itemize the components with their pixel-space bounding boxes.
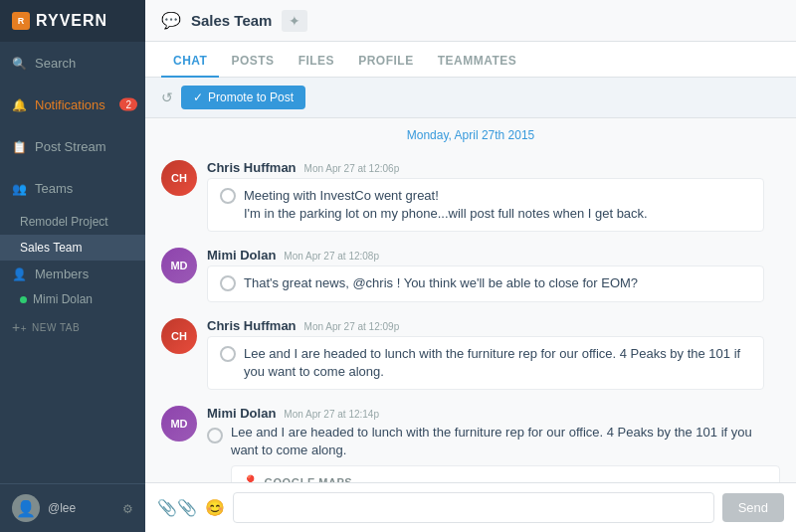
message-row: CH Chris Huffman Mon Apr 27 at 12:06p Me… [145, 152, 796, 240]
tab-posts[interactable]: POSTS [219, 46, 286, 78]
message-bubble: Lee and I are headed to lunch with the f… [207, 336, 764, 390]
online-indicator [20, 296, 27, 303]
channel-title: Sales Team [191, 12, 272, 29]
message-text: Lee and I are headed to lunch with the f… [244, 345, 751, 381]
message-content: Chris Huffman Mon Apr 27 at 12:09p Lee a… [207, 318, 780, 390]
message-select-radio[interactable] [220, 275, 236, 291]
message-time: Mon Apr 27 at 12:08p [284, 251, 379, 262]
avatar: MD [161, 248, 197, 283]
chat-messages: Monday, April 27th 2015 CH Chris Huffman… [145, 118, 796, 482]
promote-label: Promote to Post [208, 90, 294, 104]
chat-input-area: 📎 😊 Send [145, 482, 796, 532]
message-bubble: Meeting with InvestCo went great!I'm in … [207, 178, 764, 232]
message-select-radio[interactable] [220, 188, 236, 204]
bell-icon [12, 97, 27, 112]
message-time: Mon Apr 27 at 12:14p [284, 409, 379, 420]
promote-to-post-button[interactable]: ✓ Promote to Post [181, 86, 305, 109]
map-intro-text: Lee and I are headed to lunch with the f… [231, 424, 780, 459]
map-pin-icon: 📍 [242, 474, 260, 482]
refresh-button[interactable]: ↺ [161, 89, 173, 105]
message-content: Mimi Dolan Mon Apr 27 at 12:14p Lee and … [207, 406, 780, 482]
avatar: MD [161, 406, 197, 442]
plus-icon: + [12, 319, 27, 335]
message-text: That's great news, @chris ! You think we… [244, 274, 638, 292]
message-select-radio[interactable] [220, 346, 236, 362]
members-label: Members [35, 266, 89, 281]
message-row: MD Mimi Dolan Mon Apr 27 at 12:14p Lee a… [145, 398, 796, 482]
message-select-radio[interactable] [207, 428, 223, 443]
sidebar-member-mimi[interactable]: Mimi Dolan ⚙ [0, 287, 145, 311]
map-message-content: Lee and I are headed to lunch with the f… [231, 424, 780, 482]
new-tab-button[interactable]: + NEW TAB [0, 311, 145, 343]
pin-button[interactable]: ✦ [282, 10, 307, 32]
message-header: Chris Huffman Mon Apr 27 at 12:09p [207, 318, 780, 333]
message-author: Chris Huffman [207, 160, 297, 175]
map-card-header: 📍 GOOGLE MAPS [232, 466, 779, 482]
remodel-project-label: Remodel Project [20, 215, 108, 229]
post-stream-label: Post Stream [35, 139, 106, 154]
tab-profile[interactable]: PROFILE [346, 46, 426, 78]
message-header: Mimi Dolan Mon Apr 27 at 12:08p [207, 248, 780, 263]
notifications-badge: 2 [119, 98, 137, 111]
stream-icon [12, 139, 27, 154]
message-author: Mimi Dolan [207, 248, 276, 263]
sidebar-item-notifications[interactable]: Notifications 2 [0, 84, 145, 125]
message-time: Mon Apr 27 at 12:09p [304, 321, 400, 332]
app-logo: R RYVERN [0, 0, 145, 42]
avatar-initials: MD [170, 418, 187, 430]
message-time: Mon Apr 27 at 12:06p [304, 163, 400, 174]
member-name: Mimi Dolan [33, 292, 93, 306]
attachment-icon[interactable]: 📎 [157, 498, 197, 517]
tab-teammates[interactable]: TEAMMATES [426, 46, 529, 78]
members-icon [12, 266, 27, 281]
avatar: CH [161, 160, 197, 196]
channel-header: 💬 Sales Team ✦ [145, 0, 796, 42]
tab-bar: CHAT POSTS FILES PROFILE TEAMMATES [145, 42, 796, 78]
logo-icon: R [12, 12, 30, 30]
message-author: Mimi Dolan [207, 406, 276, 421]
settings-icon[interactable] [122, 500, 133, 516]
new-tab-label: NEW TAB [32, 322, 80, 333]
user-avatar: 👤 [12, 494, 40, 522]
app-name: RYVERN [36, 12, 107, 30]
avatar-initials: MD [170, 260, 187, 271]
main-content: 💬 Sales Team ✦ CHAT POSTS FILES PROFILE … [145, 0, 796, 532]
notifications-label: Notifications [35, 97, 105, 112]
message-row: CH Chris Huffman Mon Apr 27 at 12:09p Le… [145, 310, 796, 398]
send-button[interactable]: Send [722, 493, 784, 522]
search-label: Search [35, 56, 76, 71]
message-row: MD Mimi Dolan Mon Apr 27 at 12:08p That'… [145, 240, 796, 309]
message-header: Chris Huffman Mon Apr 27 at 12:06p [207, 160, 780, 175]
date-separator: Monday, April 27th 2015 [145, 118, 796, 152]
message-input[interactable] [233, 492, 714, 523]
avatar: CH [161, 318, 197, 354]
map-message-wrapper: Lee and I are headed to lunch with the f… [207, 424, 780, 482]
emoji-icon[interactable]: 😊 [205, 498, 225, 517]
sidebar-user-area: 👤 @lee [0, 483, 145, 532]
chat-toolbar: ↺ ✓ Promote to Post [145, 78, 796, 118]
message-author: Chris Huffman [207, 318, 297, 333]
sidebar-item-members[interactable]: Members [0, 261, 145, 287]
message-content: Chris Huffman Mon Apr 27 at 12:06p Meeti… [207, 160, 780, 232]
check-icon: ✓ [193, 90, 203, 104]
sidebar-item-search[interactable]: Search [0, 42, 145, 84]
message-content: Mimi Dolan Mon Apr 27 at 12:08p That's g… [207, 248, 780, 301]
avatar-initials: CH [171, 330, 187, 342]
avatar-initials: CH [171, 172, 187, 184]
map-card: 📍 GOOGLE MAPS [231, 465, 780, 482]
message-header: Mimi Dolan Mon Apr 27 at 12:14p [207, 406, 780, 421]
search-icon [12, 56, 27, 71]
message-text: Meeting with InvestCo went great!I'm in … [244, 187, 648, 223]
sales-team-label: Sales Team [20, 241, 82, 255]
teams-icon [12, 181, 27, 196]
message-bubble: That's great news, @chris ! You think we… [207, 266, 764, 301]
tab-files[interactable]: FILES [287, 46, 347, 78]
sidebar: R RYVERN Search Notifications 2 Post Str… [0, 0, 145, 532]
tab-chat[interactable]: CHAT [161, 46, 219, 78]
sidebar-item-teams[interactable]: Teams [0, 167, 145, 209]
channel-icon: 💬 [161, 11, 181, 30]
sidebar-item-post-stream[interactable]: Post Stream [0, 125, 145, 167]
sidebar-team-remodel[interactable]: Remodel Project ⚙ [0, 209, 145, 235]
sidebar-team-sales[interactable]: Sales Team ⚙ [0, 235, 145, 261]
user-name: @lee [48, 501, 114, 515]
